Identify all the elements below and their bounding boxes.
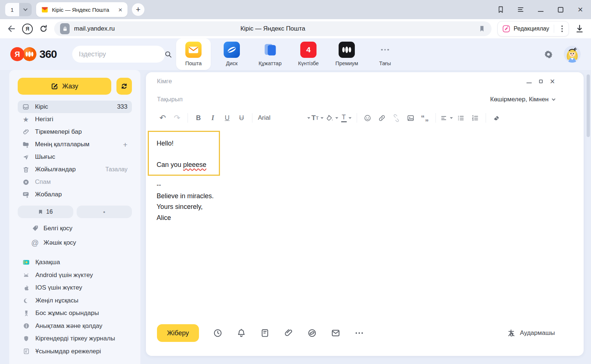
highlight-color-button[interactable] xyxy=(325,111,339,125)
add-label-item[interactable]: Белгі қосу xyxy=(31,221,140,235)
text-color-button[interactable]: T xyxy=(339,111,353,125)
help-support-item[interactable]: Анықтама және қолдау xyxy=(22,320,140,333)
edit-pink-icon xyxy=(502,25,510,33)
downloads-button[interactable] xyxy=(575,24,584,34)
reload-button[interactable] xyxy=(39,24,48,34)
font-family-select[interactable]: Arial xyxy=(256,111,310,125)
bookmarks-pill[interactable]: 16 xyxy=(18,206,73,218)
more-dots-icon xyxy=(377,42,393,58)
window-minimize-button[interactable] xyxy=(535,4,546,15)
tab-group-chevron-button[interactable] xyxy=(19,3,32,16)
insert-image-button[interactable] xyxy=(403,111,418,125)
mail-service-icon xyxy=(185,42,202,58)
language-item[interactable]: Қазақша xyxy=(22,256,140,269)
office-chair-icon xyxy=(22,309,30,317)
compose-minimize-button[interactable] xyxy=(527,83,532,83)
dot-pill[interactable]: • xyxy=(77,206,132,218)
tab-close-icon[interactable]: × xyxy=(117,6,124,13)
clear-trash-button[interactable]: Тазалау xyxy=(105,166,127,173)
yandex-browser-button[interactable]: Я xyxy=(22,24,33,34)
clear-formatting-button[interactable] xyxy=(489,111,504,125)
fill-color-icon xyxy=(326,114,333,122)
service-disk[interactable]: Диск xyxy=(214,38,249,70)
edit-more-menu[interactable] xyxy=(559,25,566,32)
settings-gear-icon[interactable] xyxy=(543,49,553,59)
undo-button[interactable]: ↶ xyxy=(155,111,170,125)
insert-link-button[interactable] xyxy=(375,111,389,125)
bullet-list-button[interactable] xyxy=(454,111,468,125)
ios-download-item[interactable]: IOS үшін жүктеу xyxy=(22,281,140,294)
sidebar-item-with-attachments[interactable]: Тіркемелері бар xyxy=(18,126,132,138)
user-avatar[interactable] xyxy=(564,46,581,63)
reminder-button[interactable] xyxy=(236,328,246,338)
window-maximize-button[interactable] xyxy=(555,4,566,15)
font-size-select[interactable]: Tт xyxy=(310,111,325,125)
shield-icon xyxy=(22,335,30,342)
numbered-list-button[interactable] xyxy=(468,111,482,125)
back-button[interactable] xyxy=(7,24,16,34)
template-button[interactable] xyxy=(260,328,270,338)
sidebar-item-spam[interactable]: Спам xyxy=(18,176,132,188)
ssl-lock-icon[interactable] xyxy=(60,23,70,34)
service-more[interactable]: Тағы xyxy=(368,38,402,70)
yandex-360-logo[interactable]: Я 360 xyxy=(10,47,57,61)
italic-button[interactable]: I xyxy=(206,111,220,125)
edit-mode-button[interactable]: Редакциялау xyxy=(497,21,569,36)
send-button[interactable]: Жіберу xyxy=(157,324,199,342)
service-docs[interactable]: Құжаттар xyxy=(253,38,287,70)
window-close-button[interactable]: × xyxy=(575,4,586,15)
service-label: Құжаттар xyxy=(259,60,281,66)
new-tab-button[interactable]: + xyxy=(132,3,144,16)
divider xyxy=(436,113,436,123)
compose-restore-button[interactable] xyxy=(539,80,543,83)
remove-link-button[interactable] xyxy=(389,111,403,125)
align-button[interactable] xyxy=(439,111,454,125)
service-calendar[interactable]: 4 Күнтізбе xyxy=(291,38,326,70)
attach-from-disk-button[interactable] xyxy=(307,328,317,338)
underline-button[interactable]: U xyxy=(220,111,234,125)
attach-file-button[interactable] xyxy=(283,328,293,338)
android-download-item[interactable]: Android үшін жүктеу xyxy=(22,269,140,282)
more-options-button[interactable] xyxy=(354,328,364,338)
cc-from-toggle[interactable]: Көшірмелер, Кімнен xyxy=(490,96,555,103)
compose-button[interactable]: Жазу xyxy=(18,78,111,95)
service-mail[interactable]: Пошта xyxy=(176,38,211,70)
search-input[interactable] xyxy=(79,50,164,58)
tab-group-badge[interactable]: 1 xyxy=(5,3,19,16)
sidebar-item-trash[interactable]: Жойылғандар Тазалау xyxy=(18,163,132,176)
sidebar-item-my-folders[interactable]: Менің қалталарым + xyxy=(18,138,132,151)
schedule-send-button[interactable] xyxy=(213,328,223,338)
search-icon[interactable] xyxy=(164,50,172,58)
sidebar-item-inbox[interactable]: Кіріс 333 xyxy=(18,101,132,113)
search-box[interactable] xyxy=(72,46,165,63)
quote-button[interactable]: “„ xyxy=(418,111,432,125)
page-scrollbar-thumb[interactable] xyxy=(587,74,590,137)
bold-button[interactable]: B xyxy=(191,111,206,125)
add-folder-button[interactable]: + xyxy=(123,141,127,148)
bookmark-icon[interactable] xyxy=(478,25,486,33)
redo-button[interactable]: ↷ xyxy=(170,111,184,125)
refresh-button[interactable] xyxy=(116,78,132,95)
emoji-button[interactable] xyxy=(360,111,375,125)
subject-field[interactable] xyxy=(157,96,490,103)
light-version-item[interactable]: Жеңіл нұсқасы xyxy=(22,294,140,307)
login-journal-item[interactable]: Кіргендерді тіркеу журналы xyxy=(22,332,140,345)
strikethrough-button[interactable]: U xyxy=(234,111,249,125)
tab-group-control[interactable]: 1 xyxy=(5,3,32,16)
message-body[interactable]: Hello! Can you pleeese -- Believe in mir… xyxy=(146,127,584,324)
sidebar-item-important[interactable]: ★ Негізгі xyxy=(18,113,132,126)
service-premium[interactable]: Премиум xyxy=(329,38,364,70)
sidebar-item-drafts[interactable]: Жобалар xyxy=(18,188,132,201)
add-mailbox-item[interactable]: @ Жәшік қосу xyxy=(31,235,140,250)
attach-from-mail-button[interactable] xyxy=(331,328,340,338)
vacancies-item[interactable]: Бос жұмыс орындары xyxy=(22,307,140,320)
compose-close-button[interactable]: × xyxy=(550,77,555,86)
to-field[interactable] xyxy=(157,78,527,85)
sidebar-item-sent[interactable]: Шығыс xyxy=(18,151,132,163)
browser-tab[interactable]: Кіріс — Яндекс Пошта × xyxy=(36,2,127,17)
translator-toggle[interactable]: Аудармашы xyxy=(507,329,555,337)
browser-menu-button[interactable] xyxy=(515,4,526,15)
side-panel-button[interactable] xyxy=(495,4,506,15)
recommendation-rules-item[interactable]: Ұсынымдар ережелері xyxy=(22,345,140,358)
url-field[interactable]: mail.yandex.ru Кіріс — Яндекс Пошта xyxy=(54,21,492,36)
